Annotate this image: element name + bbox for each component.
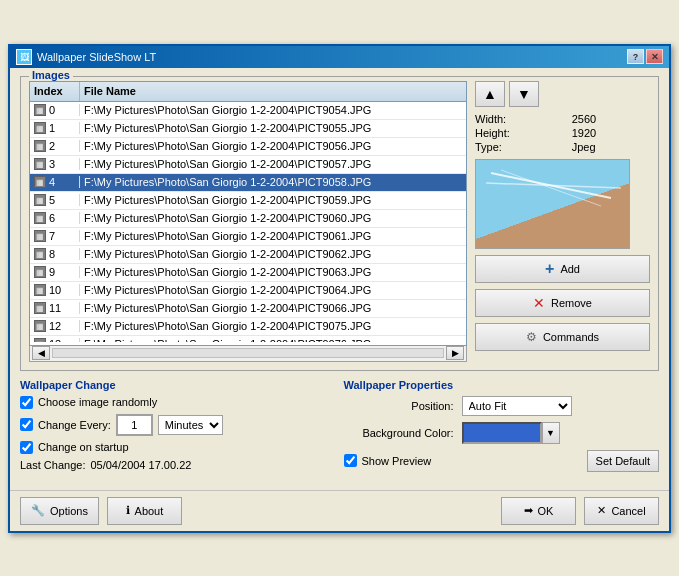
- options-button[interactable]: 🔧 Options: [20, 497, 99, 525]
- set-default-button[interactable]: Set Default: [587, 450, 659, 472]
- scroll-left-btn[interactable]: ◀: [32, 346, 50, 360]
- wallpaper-change-title: Wallpaper Change: [20, 379, 336, 391]
- cell-index: ▦12: [30, 320, 80, 332]
- table-row[interactable]: ▦13F:\My Pictures\Photo\San Giorgio 1-2-…: [30, 336, 466, 342]
- window-title: Wallpaper SlideShow LT: [37, 51, 156, 63]
- horizontal-scrollbar[interactable]: ◀ ▶: [29, 346, 467, 362]
- row-icon: ▦: [34, 194, 46, 206]
- table-row[interactable]: ▦2F:\My Pictures\Photo\San Giorgio 1-2-2…: [30, 138, 466, 156]
- index-value: 4: [49, 176, 55, 188]
- last-change-label: Last Change:: [20, 459, 85, 471]
- choose-randomly-label: Choose image randomly: [38, 396, 157, 408]
- choose-randomly-checkbox[interactable]: [20, 396, 33, 409]
- filename-value: F:\My Pictures\Photo\San Giorgio 1-2-200…: [80, 158, 466, 170]
- app-icon: 🖼: [16, 49, 32, 65]
- table-row[interactable]: ▦12F:\My Pictures\Photo\San Giorgio 1-2-…: [30, 318, 466, 336]
- scroll-track: [52, 348, 444, 358]
- color-arrow-button[interactable]: ▼: [542, 422, 560, 444]
- filename-value: F:\My Pictures\Photo\San Giorgio 1-2-200…: [80, 320, 466, 332]
- table-row[interactable]: ▦8F:\My Pictures\Photo\San Giorgio 1-2-2…: [30, 246, 466, 264]
- table-container: Index File Name ▦0F:\My Pictures\Photo\S…: [29, 81, 467, 346]
- commands-button[interactable]: ⚙ Commands: [475, 323, 650, 351]
- last-change-row: Last Change: 05/04/2004 17.00.22: [20, 459, 336, 471]
- row-icon: ▦: [34, 320, 46, 332]
- show-preview-row: Show Preview Set Default: [344, 450, 660, 472]
- table-row[interactable]: ▦6F:\My Pictures\Photo\San Giorgio 1-2-2…: [30, 210, 466, 228]
- cell-index: ▦1: [30, 122, 80, 134]
- index-value: 13: [49, 338, 61, 342]
- table-row[interactable]: ▦5F:\My Pictures\Photo\San Giorgio 1-2-2…: [30, 192, 466, 210]
- table-row[interactable]: ▦11F:\My Pictures\Photo\San Giorgio 1-2-…: [30, 300, 466, 318]
- row-icon: ▦: [34, 248, 46, 260]
- row-icon: ▦: [34, 122, 46, 134]
- position-select[interactable]: Auto Fit Centered Tiled Stretched: [462, 396, 572, 416]
- footer-right: ➡ OK ✕ Cancel: [501, 497, 659, 525]
- col-index-header: Index: [30, 82, 80, 101]
- table-row[interactable]: ▦4F:\My Pictures\Photo\San Giorgio 1-2-2…: [30, 174, 466, 192]
- footer-left: 🔧 Options ℹ About: [20, 497, 182, 525]
- change-every-input[interactable]: [117, 415, 152, 435]
- index-value: 2: [49, 140, 55, 152]
- filename-value: F:\My Pictures\Photo\San Giorgio 1-2-200…: [80, 194, 466, 206]
- main-window: 🖼 Wallpaper SlideShow LT ? ✕ Images Inde…: [8, 44, 671, 533]
- close-button[interactable]: ✕: [646, 49, 663, 64]
- ok-button[interactable]: ➡ OK: [501, 497, 576, 525]
- filename-value: F:\My Pictures\Photo\San Giorgio 1-2-200…: [80, 248, 466, 260]
- index-value: 12: [49, 320, 61, 332]
- minutes-select[interactable]: Minutes Hours Days: [158, 415, 223, 435]
- table-row[interactable]: ▦10F:\My Pictures\Photo\San Giorgio 1-2-…: [30, 282, 466, 300]
- add-label: Add: [560, 263, 580, 275]
- index-value: 1: [49, 122, 55, 134]
- remove-button[interactable]: ✕ Remove: [475, 289, 650, 317]
- filename-value: F:\My Pictures\Photo\San Giorgio 1-2-200…: [80, 176, 466, 188]
- position-label: Position:: [344, 400, 454, 412]
- svg-line-2: [501, 170, 601, 206]
- row-icon: ▦: [34, 212, 46, 224]
- remove-icon: ✕: [533, 295, 545, 311]
- show-preview-checkbox[interactable]: [344, 454, 357, 467]
- down-button[interactable]: ▼: [509, 81, 539, 107]
- svg-line-1: [486, 183, 621, 188]
- cell-index: ▦3: [30, 158, 80, 170]
- options-label: Options: [50, 505, 88, 517]
- add-icon: +: [545, 260, 554, 278]
- change-startup-checkbox[interactable]: [20, 441, 33, 454]
- table-row[interactable]: ▦7F:\My Pictures\Photo\San Giorgio 1-2-2…: [30, 228, 466, 246]
- change-startup-label: Change on startup: [38, 441, 129, 453]
- table-header: Index File Name: [30, 82, 466, 102]
- color-display: ▼: [462, 422, 560, 444]
- table-row[interactable]: ▦0F:\My Pictures\Photo\San Giorgio 1-2-2…: [30, 102, 466, 120]
- filename-value: F:\My Pictures\Photo\San Giorgio 1-2-200…: [80, 140, 466, 152]
- cell-index: ▦7: [30, 230, 80, 242]
- color-picker-button[interactable]: [462, 422, 542, 444]
- row-icon: ▦: [34, 302, 46, 314]
- row-icon: ▦: [34, 104, 46, 116]
- index-value: 9: [49, 266, 55, 278]
- help-button[interactable]: ?: [627, 49, 644, 64]
- cancel-label: Cancel: [611, 505, 645, 517]
- bg-color-label: Background Color:: [344, 427, 454, 439]
- row-icon: ▦: [34, 176, 46, 188]
- up-button[interactable]: ▲: [475, 81, 505, 107]
- filename-value: F:\My Pictures\Photo\San Giorgio 1-2-200…: [80, 338, 466, 342]
- width-label: Width:: [475, 113, 564, 125]
- main-area: Index File Name ▦0F:\My Pictures\Photo\S…: [29, 81, 650, 362]
- filename-value: F:\My Pictures\Photo\San Giorgio 1-2-200…: [80, 284, 466, 296]
- row-icon: ▦: [34, 284, 46, 296]
- scroll-right-btn[interactable]: ▶: [446, 346, 464, 360]
- table-row[interactable]: ▦3F:\My Pictures\Photo\San Giorgio 1-2-2…: [30, 156, 466, 174]
- about-button[interactable]: ℹ About: [107, 497, 182, 525]
- cell-index: ▦5: [30, 194, 80, 206]
- wallpaper-properties-section: Wallpaper Properties Position: Auto Fit …: [344, 379, 660, 478]
- table-row[interactable]: ▦9F:\My Pictures\Photo\San Giorgio 1-2-2…: [30, 264, 466, 282]
- ok-icon: ➡: [524, 504, 533, 517]
- table-row[interactable]: ▦1F:\My Pictures\Photo\San Giorgio 1-2-2…: [30, 120, 466, 138]
- table-scroll[interactable]: ▦0F:\My Pictures\Photo\San Giorgio 1-2-2…: [30, 102, 466, 342]
- images-group: Images Index File Name ▦0F:\My Pictures\…: [20, 76, 659, 371]
- ok-label: OK: [538, 505, 554, 517]
- cancel-button[interactable]: ✕ Cancel: [584, 497, 659, 525]
- show-preview-container: Show Preview: [344, 454, 579, 467]
- add-button[interactable]: + Add: [475, 255, 650, 283]
- change-every-checkbox[interactable]: [20, 418, 33, 431]
- index-value: 7: [49, 230, 55, 242]
